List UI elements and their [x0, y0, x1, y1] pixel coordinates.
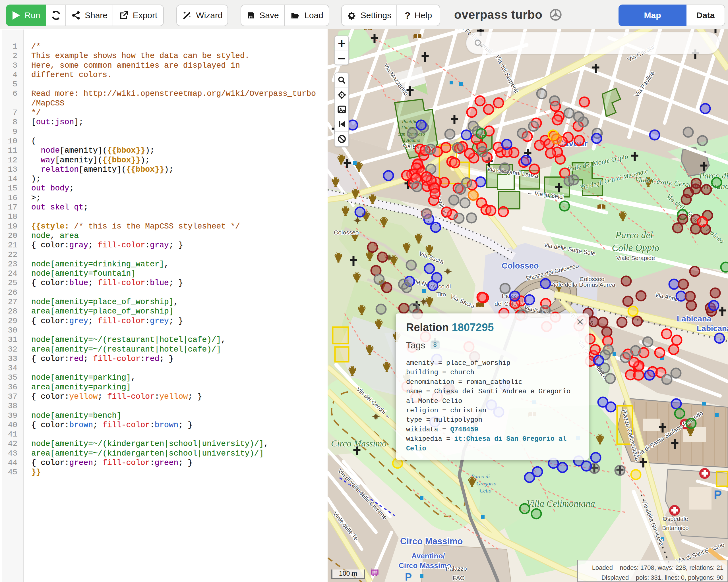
svg-text:Circo Massimo: Circo Massimo	[331, 438, 387, 448]
svg-text:Circo Massimo: Circo Massimo	[400, 536, 463, 546]
svg-text:Palazzo: Palazzo	[446, 565, 467, 572]
svg-text:Aventino/: Aventino/	[412, 552, 445, 560]
svg-text:Parco di: Parco di	[471, 473, 490, 479]
svg-text:P: P	[714, 488, 722, 501]
svg-text:Circo Massimo: Circo Massimo	[399, 561, 451, 570]
svg-text:Colosseo: Colosseo	[334, 229, 359, 235]
svg-text:Ospedale: Ospedale	[662, 516, 688, 522]
svg-text:FAO: FAO	[453, 575, 465, 581]
svg-text:P: P	[405, 571, 412, 582]
svg-text:Labicana: Labicana	[697, 324, 728, 333]
svg-text:Tito: Tito	[436, 291, 446, 298]
svg-text:Parco del: Parco del	[615, 230, 653, 240]
svg-text:Villa Celimontana: Villa Celimontana	[527, 498, 595, 509]
svg-text:Britannico: Britannico	[662, 525, 688, 531]
svg-text:Viale Serapide: Viale Serapide	[616, 255, 655, 261]
svg-text:Viale della Domus Aurea: Viale della Domus Aurea	[550, 281, 615, 288]
svg-text:Colle Oppio: Colle Oppio	[612, 242, 659, 253]
svg-text:Labicana: Labicana	[677, 314, 711, 323]
svg-text:Colosseo: Colosseo	[579, 276, 604, 282]
svg-text:Colosseo: Colosseo	[502, 261, 539, 270]
